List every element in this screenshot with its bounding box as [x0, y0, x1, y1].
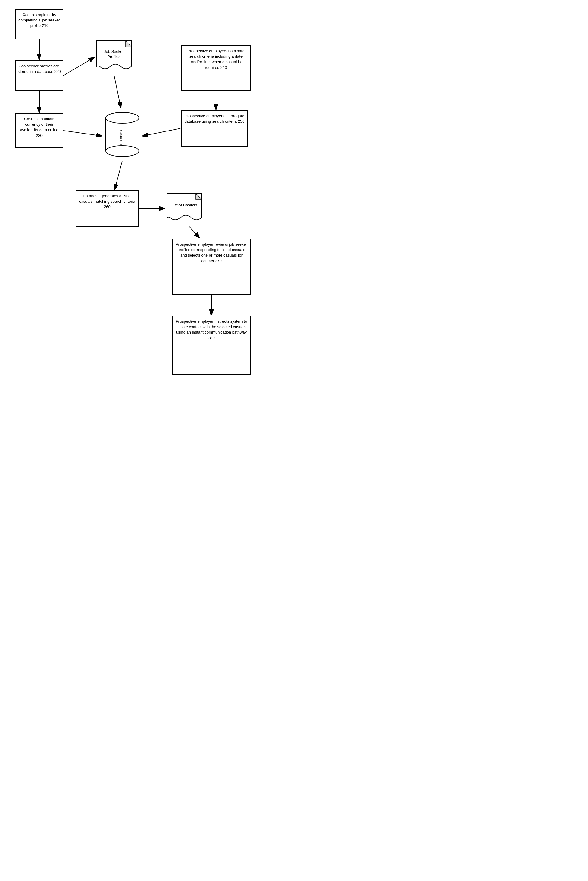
svg-point-9: [106, 146, 139, 156]
svg-point-10: [106, 113, 139, 123]
box-280-label: Prospective employer instructs system to…: [176, 319, 247, 340]
box-270-label: Prospective employer reviews job seeker …: [176, 242, 247, 263]
box-240: Prospective employers nominate search cr…: [181, 45, 250, 91]
database-svg: Database: [103, 109, 142, 160]
svg-line-22: [189, 227, 200, 238]
svg-text:Profiles: Profiles: [107, 54, 120, 59]
svg-line-17: [114, 75, 121, 108]
doc-jobseeker-profiles: Job Seeker Profiles: [95, 39, 142, 75]
svg-line-20: [115, 161, 122, 189]
box-230: Casuals maintain currency of their avail…: [15, 113, 63, 148]
svg-text:List of Casuals: List of Casuals: [171, 203, 197, 207]
database-shape: Database: [103, 109, 142, 160]
box-220: Job seeker profiles are stored in a data…: [15, 60, 63, 91]
doc-jobseeker-svg: Job Seeker Profiles: [95, 39, 142, 75]
diagram: Casuals register by completing a job see…: [0, 0, 272, 423]
box-210-label: Casuals register by completing a job see…: [18, 12, 60, 28]
box-210: Casuals register by completing a job see…: [15, 9, 63, 39]
box-220-label: Job seeker profiles are stored in a data…: [18, 64, 61, 74]
svg-line-19: [142, 128, 180, 136]
box-260-label: Database generates a list of casuals mat…: [79, 194, 135, 209]
box-270: Prospective employer reviews job seeker …: [172, 239, 250, 294]
box-240-label: Prospective employers nominate search cr…: [188, 49, 244, 70]
svg-line-16: [63, 131, 102, 136]
box-260: Database generates a list of casuals mat…: [75, 191, 139, 227]
svg-text:Job Seeker: Job Seeker: [104, 49, 124, 54]
svg-line-15: [63, 57, 94, 75]
svg-text:Database: Database: [118, 128, 123, 145]
box-280: Prospective employer instructs system to…: [172, 316, 250, 375]
box-230-label: Casuals maintain currency of their avail…: [20, 117, 58, 138]
box-250-label: Prospective employers interrogate databa…: [184, 114, 244, 123]
box-250: Prospective employers interrogate databa…: [181, 110, 248, 147]
doc-list-casuals: List of Casuals: [165, 192, 212, 227]
doc-casuals-svg: List of Casuals: [165, 192, 212, 227]
